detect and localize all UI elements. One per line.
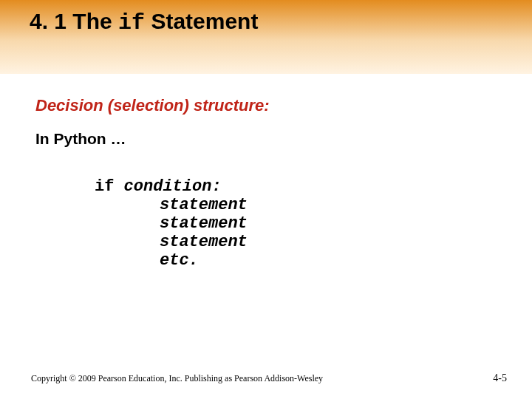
code-statement-3: statement [160, 233, 497, 251]
slide-title: 4. 1 The if Statement [30, 9, 258, 35]
title-suffix: Statement [145, 9, 258, 33]
code-line-if: if condition: [95, 177, 497, 196]
content-area: Decision (selection) structure: In Pytho… [0, 74, 532, 270]
subheading: Decision (selection) structure: [35, 96, 497, 115]
page-number: 4-5 [493, 372, 507, 384]
header-band: 4. 1 The if Statement [0, 0, 532, 74]
language-label: In Python … [35, 130, 497, 148]
code-statement-2: statement [160, 214, 497, 233]
copyright-text: Copyright © 2009 Pearson Education, Inc.… [31, 373, 323, 384]
code-condition: condition: [124, 177, 222, 196]
code-statement-1: statement [160, 196, 497, 214]
title-prefix: 4. 1 The [30, 9, 118, 33]
code-block: if condition: statement statement statem… [95, 177, 497, 270]
code-etc: etc. [160, 251, 497, 270]
title-keyword: if [118, 10, 145, 35]
keyword-if: if [95, 177, 124, 196]
